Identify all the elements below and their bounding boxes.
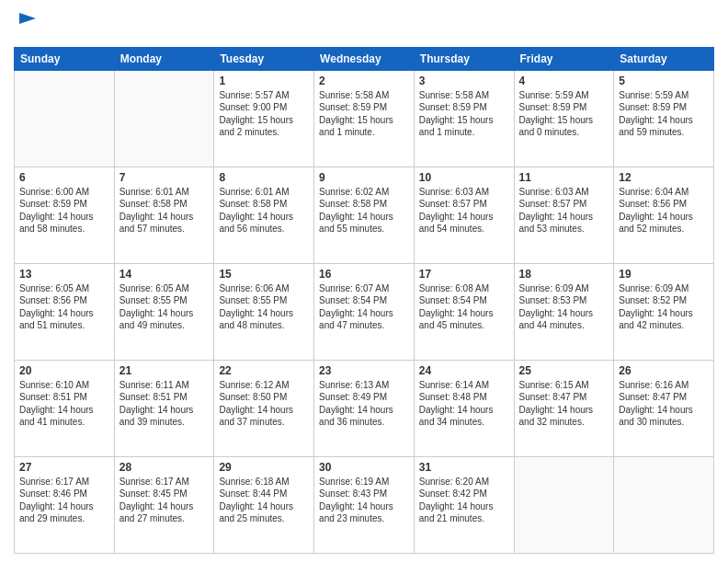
logo	[14, 9, 41, 40]
day-number: 20	[19, 364, 109, 377]
calendar-cell: 15Sunrise: 6:06 AM Sunset: 8:55 PM Dayli…	[214, 263, 314, 360]
calendar-cell: 11Sunrise: 6:03 AM Sunset: 8:57 PM Dayli…	[514, 167, 614, 263]
day-number: 19	[619, 268, 709, 281]
day-detail: Sunrise: 6:03 AM Sunset: 8:57 PM Dayligh…	[419, 186, 509, 236]
calendar-cell: 29Sunrise: 6:18 AM Sunset: 8:44 PM Dayli…	[214, 456, 314, 553]
calendar-cell	[514, 456, 614, 553]
day-detail: Sunrise: 6:01 AM Sunset: 8:58 PM Dayligh…	[119, 186, 210, 236]
day-detail: Sunrise: 5:59 AM Sunset: 8:59 PM Dayligh…	[519, 89, 609, 139]
day-number: 9	[319, 171, 409, 184]
day-detail: Sunrise: 6:19 AM Sunset: 8:43 PM Dayligh…	[319, 476, 409, 525]
day-detail: Sunrise: 6:15 AM Sunset: 8:47 PM Dayligh…	[519, 379, 609, 429]
calendar-table: SundayMondayTuesdayWednesdayThursdayFrid…	[14, 47, 714, 554]
day-number: 3	[419, 75, 509, 87]
day-detail: Sunrise: 6:13 AM Sunset: 8:49 PM Dayligh…	[319, 379, 409, 429]
dow-header: Saturday	[614, 47, 714, 70]
day-number: 22	[219, 364, 309, 377]
calendar-cell: 26Sunrise: 6:16 AM Sunset: 8:47 PM Dayli…	[614, 360, 714, 456]
svg-marker-0	[19, 13, 36, 24]
day-number: 6	[19, 171, 109, 184]
day-number: 4	[519, 75, 609, 87]
day-number: 11	[519, 171, 609, 184]
calendar-cell: 13Sunrise: 6:05 AM Sunset: 8:56 PM Dayli…	[15, 263, 115, 360]
day-number: 29	[219, 461, 309, 474]
day-detail: Sunrise: 6:03 AM Sunset: 8:57 PM Dayligh…	[519, 186, 609, 236]
day-number: 25	[519, 364, 609, 377]
calendar-cell: 24Sunrise: 6:14 AM Sunset: 8:48 PM Dayli…	[414, 360, 514, 456]
day-detail: Sunrise: 5:59 AM Sunset: 8:59 PM Dayligh…	[619, 89, 709, 139]
day-detail: Sunrise: 6:10 AM Sunset: 8:51 PM Dayligh…	[19, 379, 109, 429]
dow-header: Wednesday	[314, 47, 415, 70]
calendar-cell: 31Sunrise: 6:20 AM Sunset: 8:42 PM Dayli…	[414, 456, 514, 553]
calendar-cell: 8Sunrise: 6:01 AM Sunset: 8:58 PM Daylig…	[214, 167, 314, 263]
day-detail: Sunrise: 5:58 AM Sunset: 8:59 PM Dayligh…	[319, 89, 409, 139]
calendar-week-row: 13Sunrise: 6:05 AM Sunset: 8:56 PM Dayli…	[15, 263, 714, 360]
day-detail: Sunrise: 6:17 AM Sunset: 8:45 PM Dayligh…	[119, 476, 210, 525]
day-detail: Sunrise: 5:57 AM Sunset: 9:00 PM Dayligh…	[219, 89, 309, 139]
dow-header: Monday	[114, 47, 214, 70]
day-number: 17	[419, 268, 509, 281]
day-detail: Sunrise: 6:16 AM Sunset: 8:47 PM Dayligh…	[619, 379, 709, 429]
calendar-cell: 22Sunrise: 6:12 AM Sunset: 8:50 PM Dayli…	[214, 360, 314, 456]
calendar-cell: 25Sunrise: 6:15 AM Sunset: 8:47 PM Dayli…	[514, 360, 614, 456]
calendar-cell: 17Sunrise: 6:08 AM Sunset: 8:54 PM Dayli…	[414, 263, 514, 360]
day-number: 14	[119, 268, 210, 281]
day-detail: Sunrise: 6:02 AM Sunset: 8:58 PM Dayligh…	[319, 186, 409, 236]
day-number: 12	[619, 171, 709, 184]
calendar-cell: 23Sunrise: 6:13 AM Sunset: 8:49 PM Dayli…	[314, 360, 415, 456]
calendar-week-row: 27Sunrise: 6:17 AM Sunset: 8:46 PM Dayli…	[15, 456, 714, 553]
day-number: 10	[419, 171, 509, 184]
day-detail: Sunrise: 6:07 AM Sunset: 8:54 PM Dayligh…	[319, 282, 409, 332]
calendar-week-row: 6Sunrise: 6:00 AM Sunset: 8:59 PM Daylig…	[15, 167, 714, 263]
page: SundayMondayTuesdayWednesdayThursdayFrid…	[0, 0, 728, 563]
calendar-cell: 9Sunrise: 6:02 AM Sunset: 8:58 PM Daylig…	[314, 167, 415, 263]
day-number: 26	[619, 364, 709, 377]
calendar-body: 1Sunrise: 5:57 AM Sunset: 9:00 PM Daylig…	[15, 70, 714, 553]
calendar-cell	[114, 70, 214, 167]
day-number: 31	[419, 461, 509, 474]
day-detail: Sunrise: 6:04 AM Sunset: 8:56 PM Dayligh…	[619, 186, 709, 236]
calendar-cell: 7Sunrise: 6:01 AM Sunset: 8:58 PM Daylig…	[114, 167, 214, 263]
dow-header: Tuesday	[214, 47, 314, 70]
calendar-cell: 20Sunrise: 6:10 AM Sunset: 8:51 PM Dayli…	[15, 360, 115, 456]
day-number: 2	[319, 75, 409, 87]
day-detail: Sunrise: 6:00 AM Sunset: 8:59 PM Dayligh…	[19, 186, 109, 236]
day-number: 24	[419, 364, 509, 377]
calendar-cell: 18Sunrise: 6:09 AM Sunset: 8:53 PM Dayli…	[514, 263, 614, 360]
day-number: 28	[119, 461, 210, 474]
day-detail: Sunrise: 6:05 AM Sunset: 8:56 PM Dayligh…	[19, 282, 109, 332]
day-detail: Sunrise: 6:09 AM Sunset: 8:53 PM Dayligh…	[519, 282, 609, 332]
day-number: 8	[219, 171, 309, 184]
day-number: 21	[119, 364, 210, 377]
day-number: 18	[519, 268, 609, 281]
day-detail: Sunrise: 6:14 AM Sunset: 8:48 PM Dayligh…	[419, 379, 509, 429]
day-detail: Sunrise: 6:12 AM Sunset: 8:50 PM Dayligh…	[219, 379, 309, 429]
day-detail: Sunrise: 6:01 AM Sunset: 8:58 PM Dayligh…	[219, 186, 309, 236]
day-detail: Sunrise: 6:05 AM Sunset: 8:55 PM Dayligh…	[119, 282, 210, 332]
day-number: 1	[219, 75, 309, 87]
day-detail: Sunrise: 6:09 AM Sunset: 8:52 PM Dayligh…	[619, 282, 709, 332]
dow-header: Friday	[514, 47, 614, 70]
day-detail: Sunrise: 6:06 AM Sunset: 8:55 PM Dayligh…	[219, 282, 309, 332]
day-detail: Sunrise: 6:08 AM Sunset: 8:54 PM Dayligh…	[419, 282, 509, 332]
calendar-cell: 19Sunrise: 6:09 AM Sunset: 8:52 PM Dayli…	[614, 263, 714, 360]
calendar-cell	[614, 456, 714, 553]
day-number: 5	[619, 75, 709, 87]
day-number: 7	[119, 171, 210, 184]
calendar-cell: 4Sunrise: 5:59 AM Sunset: 8:59 PM Daylig…	[514, 70, 614, 167]
calendar-cell: 27Sunrise: 6:17 AM Sunset: 8:46 PM Dayli…	[15, 456, 115, 553]
calendar-cell: 3Sunrise: 5:58 AM Sunset: 8:59 PM Daylig…	[414, 70, 514, 167]
day-detail: Sunrise: 6:17 AM Sunset: 8:46 PM Dayligh…	[19, 476, 109, 525]
day-number: 23	[319, 364, 409, 377]
day-number: 16	[319, 268, 409, 281]
day-detail: Sunrise: 5:58 AM Sunset: 8:59 PM Dayligh…	[419, 89, 509, 139]
day-number: 15	[219, 268, 309, 281]
dow-header: Sunday	[15, 47, 115, 70]
calendar-cell: 14Sunrise: 6:05 AM Sunset: 8:55 PM Dayli…	[114, 263, 214, 360]
calendar-cell: 1Sunrise: 5:57 AM Sunset: 9:00 PM Daylig…	[214, 70, 314, 167]
calendar-cell: 30Sunrise: 6:19 AM Sunset: 8:43 PM Dayli…	[314, 456, 415, 553]
dow-header: Thursday	[414, 47, 514, 70]
days-of-week-row: SundayMondayTuesdayWednesdayThursdayFrid…	[15, 47, 714, 70]
day-detail: Sunrise: 6:20 AM Sunset: 8:42 PM Dayligh…	[419, 476, 509, 525]
day-number: 27	[19, 461, 109, 474]
